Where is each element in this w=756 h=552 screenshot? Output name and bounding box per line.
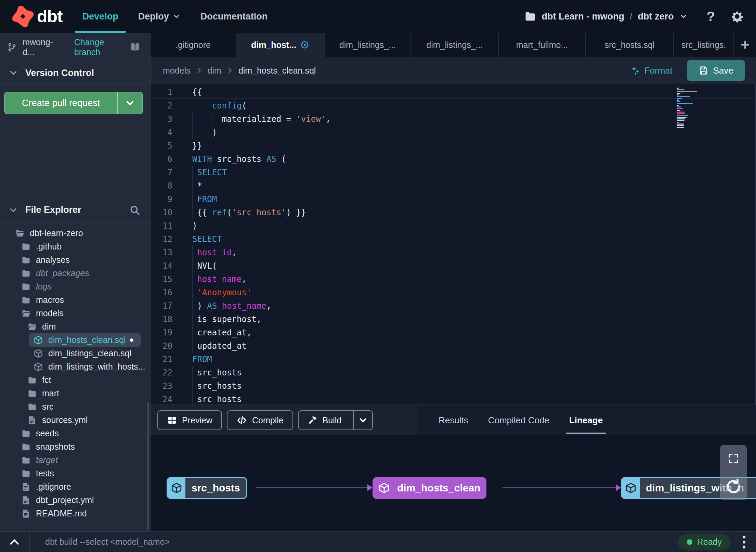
dbt-logo[interactable]: dbt <box>12 5 63 28</box>
tree-item-tests[interactable]: tests <box>0 467 150 480</box>
code-line-10[interactable]: 10 {{ ref('src_hosts') }} <box>151 206 755 219</box>
code-line-12[interactable]: 12SELECT <box>151 232 755 246</box>
code-line-9[interactable]: 9 FROM <box>151 192 755 206</box>
code-line-16[interactable]: 16 'Anonymous' <box>151 286 755 299</box>
code-line-14[interactable]: 14 NVL( <box>151 259 755 272</box>
build-dropdown-button[interactable] <box>353 411 372 429</box>
nav-links: Develop Deploy Documentation <box>82 0 268 33</box>
fullscreen-icon[interactable] <box>727 452 740 465</box>
save-button[interactable]: Save <box>687 60 745 81</box>
change-branch-link[interactable]: Change branch <box>74 37 129 57</box>
version-control-header[interactable]: Version Control <box>0 62 150 84</box>
code-line-24[interactable]: 24 src_hosts <box>151 393 755 405</box>
code-line-18[interactable]: 18 is_superhost, <box>151 312 755 326</box>
tree-item-dbt-project-yml[interactable]: dbt_project.yml <box>0 493 150 507</box>
nav-develop[interactable]: Develop <box>82 0 118 33</box>
tab-dim-host[interactable]: dim_host... <box>236 33 325 57</box>
tab-mart-fullmo[interactable]: mart_fullmo... <box>499 33 586 57</box>
tree-item-github[interactable]: .github <box>0 240 150 253</box>
book-icon[interactable] <box>129 41 141 53</box>
folder-open-icon <box>27 322 37 332</box>
code-line-1[interactable]: 1{{ <box>151 86 755 99</box>
tree-item-seeds[interactable]: seeds <box>0 427 150 440</box>
editor-minimap[interactable] <box>677 88 701 129</box>
command-input[interactable]: dbt build --select <model_name> <box>45 537 170 547</box>
hammer-icon <box>308 415 318 425</box>
tree-item-src[interactable]: src <box>0 400 150 413</box>
code-line-6[interactable]: 6WITH src_hosts AS ( <box>151 152 755 166</box>
lineage-node-dim-hosts-clean[interactable]: dim_hosts_clean <box>373 477 486 499</box>
line-text: SELECT <box>192 166 227 179</box>
code-line-5[interactable]: 5}} <box>151 139 755 152</box>
tree-item-dim[interactable]: dim <box>0 320 150 333</box>
tab-dim-listings[interactable]: dim_listings_... <box>325 33 411 57</box>
create-pull-request-button[interactable]: Create pull request <box>4 92 143 114</box>
tree-item-analyses[interactable]: analyses <box>0 253 150 267</box>
code-line-21[interactable]: 21FROM <box>151 352 755 366</box>
refresh-icon[interactable] <box>725 478 742 496</box>
code-line-8[interactable]: 8 * <box>151 179 755 192</box>
gear-icon[interactable] <box>730 9 744 24</box>
code-line-4[interactable]: 4 ) <box>151 126 755 139</box>
tree-item-dim-listings-with-hosts[interactable]: dim_listings_with_hosts... <box>0 360 150 373</box>
line-number: 22 <box>151 368 174 377</box>
code-line-19[interactable]: 19 created_at, <box>151 326 755 339</box>
tree-item-dbt-learn-zero[interactable]: dbt-learn-zero <box>0 227 150 240</box>
format-button[interactable]: Format <box>630 65 673 76</box>
code-line-20[interactable]: 20 updated_at <box>151 339 755 352</box>
chevron-up-icon[interactable] <box>8 536 21 548</box>
tree-item-models[interactable]: models <box>0 307 150 320</box>
build-button[interactable]: Build <box>298 410 373 430</box>
tree-item-dim-hosts-clean-sql[interactable]: dim_hosts_clean.sql <box>29 333 141 347</box>
build-label: Build <box>323 415 342 425</box>
preview-button[interactable]: Preview <box>157 410 222 430</box>
tree-item-readme-md[interactable]: README.md <box>0 507 150 520</box>
line-number: 12 <box>151 234 174 244</box>
code-line-22[interactable]: 22 src_hosts <box>151 366 755 379</box>
tab-src-hosts-sql[interactable]: src_hosts.sql <box>586 33 674 57</box>
kebab-menu-icon[interactable] <box>739 535 749 550</box>
nav-deploy[interactable]: Deploy <box>138 0 181 33</box>
help-icon[interactable]: ? <box>707 9 715 24</box>
tree-item-snapshots[interactable]: snapshots <box>0 440 150 453</box>
breadcrumb-dim[interactable]: dim <box>208 66 221 76</box>
tree-item-fct[interactable]: fct <box>0 373 150 387</box>
compile-button[interactable]: Compile <box>227 410 293 430</box>
tab-lineage[interactable]: Lineage <box>569 405 603 435</box>
pr-dropdown-button[interactable] <box>117 92 142 114</box>
code-line-3[interactable]: 3 materialized = 'view', <box>151 112 755 126</box>
code-line-7[interactable]: 7 SELECT <box>151 166 755 179</box>
tab-results[interactable]: Results <box>439 405 468 435</box>
tab-dim-listings[interactable]: dim_listings_... <box>411 33 499 57</box>
project-picker[interactable]: dbt Learn - mwong / dbt zero <box>524 10 688 23</box>
nav-documentation[interactable]: Documentation <box>200 0 268 33</box>
tree-item-mart[interactable]: mart <box>0 387 150 400</box>
tree-item-logs[interactable]: logs <box>0 280 150 293</box>
tree-item-dbt-packages[interactable]: dbt_packages <box>0 267 150 280</box>
tab-compiled-code[interactable]: Compiled Code <box>488 405 549 435</box>
tab-gitignore[interactable]: .gitignore <box>151 33 236 57</box>
code-line-17[interactable]: 17 ) AS host_name, <box>151 299 755 312</box>
code-line-13[interactable]: 13 host_id, <box>151 246 755 259</box>
code-line-2[interactable]: 2 config( <box>151 99 755 112</box>
code-line-15[interactable]: 15 host_name, <box>151 272 755 286</box>
minimap-line <box>677 118 685 119</box>
code-editor[interactable]: 1{{2 config(3 materialized = 'view',4 )5… <box>151 84 756 405</box>
tree-item-target[interactable]: target <box>0 453 150 467</box>
file-explorer-header[interactable]: File Explorer <box>0 197 150 223</box>
search-icon[interactable] <box>129 205 140 216</box>
tree-item-sources-yml[interactable]: sources.yml <box>0 413 150 427</box>
code-line-23[interactable]: 23 src_hosts <box>151 379 755 393</box>
save-label: Save <box>713 65 733 76</box>
lineage-canvas[interactable]: src_hosts dim_hosts_clean dim_listings_w… <box>151 435 756 531</box>
tree-item-macros[interactable]: macros <box>0 293 150 307</box>
new-tab-button[interactable] <box>734 33 756 57</box>
line-text: FROM <box>192 192 217 206</box>
tree-item-dim-listings-clean-sql[interactable]: dim_listings_clean.sql <box>0 347 150 360</box>
sidebar-scrollbar[interactable] <box>147 402 149 530</box>
tab-src-listings[interactable]: src_listings. <box>674 33 734 57</box>
lineage-node-src-hosts[interactable]: src_hosts <box>167 477 247 499</box>
breadcrumb-models[interactable]: models <box>163 66 191 76</box>
code-line-11[interactable]: 11) <box>151 219 755 232</box>
tree-item-gitignore[interactable]: .gitignore <box>0 480 150 493</box>
